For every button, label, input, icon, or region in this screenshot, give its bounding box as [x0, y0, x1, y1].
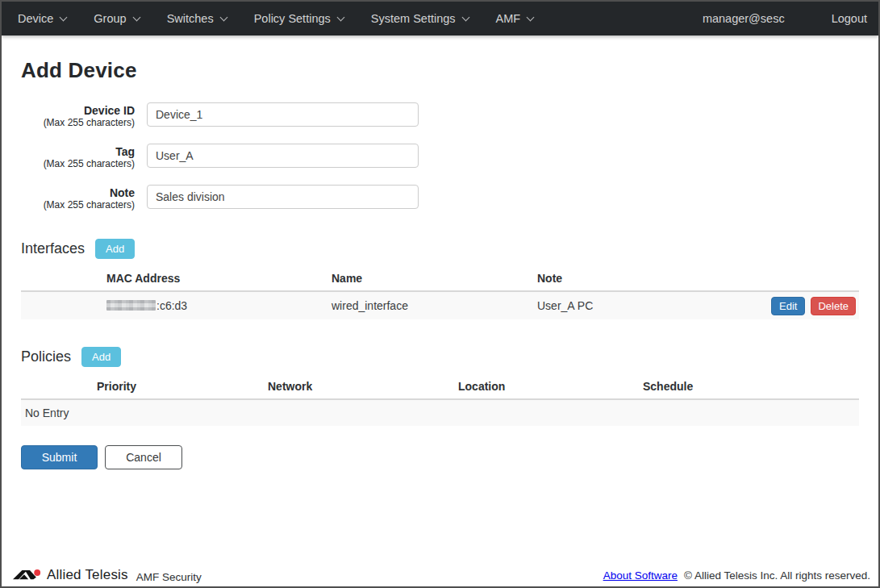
device-id-hint: (Max 255 characters) — [21, 117, 135, 129]
note-hint: (Max 255 characters) — [21, 199, 135, 211]
policies-table: Priority Network Location Schedule No En… — [21, 380, 859, 426]
device-id-label: Device ID — [21, 104, 135, 117]
nav-menu-system-settings-label: System Settings — [371, 12, 456, 25]
page-title: Add Device — [21, 58, 859, 83]
policies-section: Policies Add Priority Network Location S… — [21, 347, 859, 426]
main-content: Add Device Device ID (Max 255 characters… — [2, 58, 878, 469]
note-input[interactable] — [147, 185, 419, 209]
nav-menu-group[interactable]: Group — [85, 12, 147, 25]
chevron-down-icon — [132, 13, 140, 21]
policies-table-header: Priority Network Location Schedule — [21, 380, 859, 400]
form-group-tag: Tag (Max 255 characters) — [21, 144, 859, 170]
policies-empty-row: No Entry — [21, 400, 859, 426]
col-header-priority: Priority — [97, 380, 268, 393]
nav-menu-policy-settings[interactable]: Policy Settings — [246, 12, 352, 25]
nav-menu-switches[interactable]: Switches — [159, 12, 235, 25]
allied-telesis-logo-icon — [13, 569, 41, 582]
chevron-down-icon — [461, 13, 469, 21]
navbar-right: manager@sesc Logout — [703, 12, 867, 25]
col-header-schedule: Schedule — [643, 380, 859, 393]
interface-delete-button[interactable]: Delete — [811, 297, 856, 315]
nav-menu-device[interactable]: Device — [10, 12, 74, 25]
interfaces-add-button[interactable]: Add — [95, 239, 135, 259]
top-navbar: Device Group Switches Policy Settings Sy… — [2, 2, 878, 35]
col-header-note: Note — [537, 272, 859, 285]
amf-security-window: { "navbar": { "items": [ { "label": "Dev… — [0, 0, 880, 588]
logout-button[interactable]: Logout — [832, 12, 867, 25]
product-name: AMF Security — [136, 568, 202, 583]
form-actions: Submit Cancel — [21, 445, 859, 469]
tag-input[interactable] — [147, 144, 419, 168]
interface-note: User_A PC — [537, 299, 771, 312]
nav-menu-device-label: Device — [18, 12, 53, 25]
policies-title: Policies — [21, 348, 71, 365]
chevron-down-icon — [219, 13, 227, 21]
interface-row: :c6:d3 wired_interface User_A PC Edit De… — [21, 292, 859, 319]
nav-menu-switches-label: Switches — [167, 12, 214, 25]
policies-add-button[interactable]: Add — [81, 347, 121, 367]
interfaces-section: Interfaces Add MAC Address Name Note :c6… — [21, 239, 859, 319]
interface-mac-address: :c6:d3 — [106, 299, 332, 312]
col-header-name: Name — [332, 272, 537, 285]
interface-name: wired_interface — [332, 299, 537, 312]
chevron-down-icon — [527, 13, 535, 21]
form-group-device-id: Device ID (Max 255 characters) — [21, 102, 859, 129]
form-group-note: Note (Max 255 characters) — [21, 185, 859, 211]
about-software-link[interactable]: About Software — [603, 569, 678, 582]
chevron-down-icon — [336, 13, 344, 21]
logged-in-user: manager@sesc — [703, 12, 785, 25]
col-header-location: Location — [458, 380, 643, 393]
cancel-button[interactable]: Cancel — [105, 445, 182, 469]
col-header-network: Network — [268, 380, 458, 393]
page-footer: Allied Telesis AMF Security About Softwa… — [2, 567, 878, 583]
note-label: Note — [21, 186, 135, 199]
interface-edit-button[interactable]: Edit — [771, 297, 805, 315]
tag-hint: (Max 255 characters) — [21, 158, 135, 170]
nav-menu-system-settings[interactable]: System Settings — [363, 12, 477, 25]
device-form: Device ID (Max 255 characters) Tag (Max … — [21, 102, 859, 211]
nav-menu-policy-settings-label: Policy Settings — [254, 12, 331, 25]
nav-menu-amf[interactable]: AMF — [488, 12, 542, 25]
col-header-mac-address: MAC Address — [106, 272, 332, 285]
interfaces-table: MAC Address Name Note :c6:d3 wired_inter… — [21, 272, 859, 319]
copyright-text: © Allied Telesis Inc. All rights reserve… — [684, 569, 870, 582]
device-id-input[interactable] — [147, 102, 419, 127]
mac-visible-part: :c6:d3 — [156, 299, 187, 312]
mac-redacted-blur — [106, 300, 156, 311]
submit-button[interactable]: Submit — [21, 445, 98, 469]
interfaces-title: Interfaces — [21, 240, 85, 257]
tag-label: Tag — [21, 145, 135, 158]
chevron-down-icon — [60, 13, 68, 21]
nav-menu-group-label: Group — [94, 12, 126, 25]
interfaces-table-header: MAC Address Name Note — [21, 272, 859, 292]
brand-name: Allied Telesis — [47, 567, 128, 583]
nav-menu-amf-label: AMF — [496, 12, 521, 25]
